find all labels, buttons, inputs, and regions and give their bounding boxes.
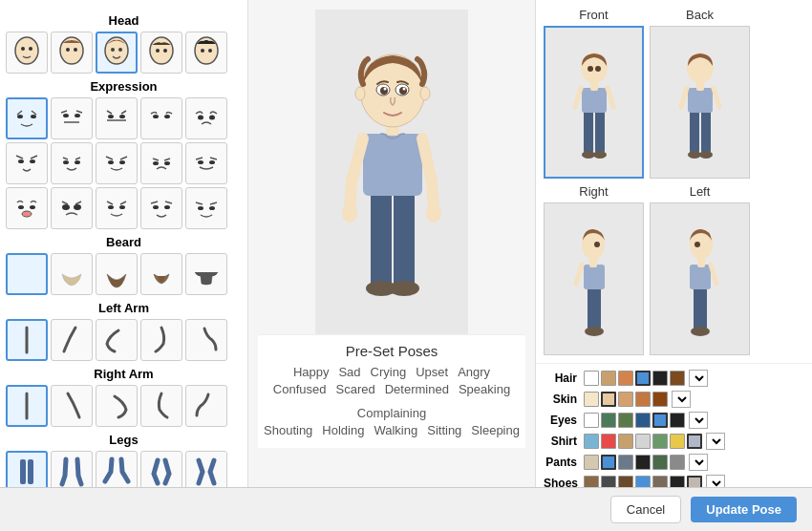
shirt-swatch-1[interactable] — [584, 434, 599, 449]
pose-happy[interactable]: Happy — [293, 365, 330, 379]
expr-item-1[interactable] — [6, 97, 48, 139]
pose-determined[interactable]: Determined — [385, 382, 449, 396]
expr-item-8[interactable] — [96, 142, 138, 184]
left-arm-item-2[interactable] — [51, 319, 93, 361]
shoes-swatch-black[interactable] — [670, 476, 685, 487]
pants-swatch-1[interactable] — [584, 455, 599, 470]
left-arm-item-1[interactable] — [6, 319, 48, 361]
right-view-frame[interactable] — [544, 202, 644, 355]
pose-crying[interactable]: Crying — [371, 365, 407, 379]
expr-item-5[interactable] — [185, 97, 227, 139]
pose-upset[interactable]: Upset — [416, 365, 448, 379]
skin-swatch-3[interactable] — [618, 392, 633, 407]
expr-item-9[interactable] — [140, 142, 182, 184]
eyes-swatch-1[interactable] — [601, 413, 616, 428]
left-view-frame[interactable] — [650, 202, 750, 355]
pants-swatch-green[interactable] — [652, 455, 668, 470]
eyes-swatch-blue[interactable] — [652, 413, 668, 428]
eyes-swatch-2[interactable] — [618, 413, 633, 428]
update-pose-button[interactable]: Update Pose — [691, 497, 797, 522]
legs-item-3[interactable] — [96, 451, 138, 487]
shoes-swatch-selected[interactable] — [687, 476, 702, 487]
beard-item-3[interactable] — [96, 253, 138, 295]
shoes-color-dropdown[interactable]: ▼ — [706, 475, 725, 487]
pants-swatch-5[interactable] — [670, 455, 685, 470]
hair-swatch-1[interactable] — [601, 371, 616, 386]
shirt-swatch-yellow[interactable] — [670, 434, 685, 449]
skin-color-dropdown[interactable]: ▼ — [672, 391, 691, 408]
skin-swatch-4[interactable] — [635, 392, 651, 407]
shirt-color-dropdown[interactable]: ▼ — [706, 433, 725, 450]
pose-complaining[interactable]: Complaining — [357, 406, 426, 420]
right-arm-item-3[interactable] — [96, 385, 138, 427]
shoes-swatch-tan[interactable] — [652, 476, 668, 487]
shirt-swatch-gray[interactable] — [635, 434, 651, 449]
head-item-2[interactable] — [51, 32, 93, 74]
right-arm-item-5[interactable] — [185, 385, 227, 427]
pose-scared[interactable]: Scared — [336, 382, 375, 396]
hair-swatch-black[interactable] — [652, 371, 668, 386]
hair-color-dropdown[interactable]: ▼ — [689, 370, 708, 387]
expr-item-10[interactable] — [185, 142, 227, 184]
beard-item-2[interactable] — [51, 253, 93, 295]
head-item-4[interactable] — [140, 32, 182, 74]
head-item-5[interactable] — [185, 32, 227, 74]
shirt-swatch-red[interactable] — [601, 434, 616, 449]
eyes-swatch-3[interactable] — [635, 413, 651, 428]
head-item-1[interactable] — [6, 32, 48, 74]
pose-speaking[interactable]: Speaking — [459, 382, 510, 396]
pose-holding[interactable]: Holding — [322, 423, 364, 437]
pants-color-dropdown[interactable]: ▼ — [689, 454, 708, 471]
pants-swatch-black[interactable] — [635, 455, 651, 470]
legs-item-5[interactable] — [185, 451, 227, 487]
legs-item-2[interactable] — [51, 451, 93, 487]
shirt-swatch-selected[interactable] — [687, 434, 702, 449]
beard-item-1[interactable] — [6, 253, 48, 295]
eyes-color-dropdown[interactable]: ▼ — [689, 412, 708, 429]
front-view-frame[interactable] — [544, 26, 644, 179]
expr-item-12[interactable] — [51, 187, 93, 229]
hair-swatch-brown[interactable] — [670, 371, 685, 386]
expr-item-15[interactable] — [185, 187, 227, 229]
shoes-swatch-dark[interactable] — [601, 476, 616, 487]
beard-item-4[interactable] — [140, 253, 182, 295]
expr-item-4[interactable] — [140, 97, 182, 139]
expr-item-11[interactable] — [6, 187, 48, 229]
pose-sleeping[interactable]: Sleeping — [471, 423, 520, 437]
skin-swatch-2[interactable] — [601, 392, 616, 407]
expr-item-7[interactable] — [51, 142, 93, 184]
beard-item-5[interactable] — [185, 253, 227, 295]
shoes-swatch-brown[interactable] — [618, 476, 633, 487]
right-arm-item-1[interactable] — [6, 385, 48, 427]
left-arm-item-4[interactable] — [140, 319, 182, 361]
shoes-swatch-blue[interactable] — [635, 476, 651, 487]
hair-swatch-2[interactable] — [618, 371, 633, 386]
left-arm-item-5[interactable] — [185, 319, 227, 361]
legs-item-4[interactable] — [140, 451, 182, 487]
cancel-button[interactable]: Cancel — [610, 496, 681, 523]
right-arm-item-2[interactable] — [51, 385, 93, 427]
expr-item-2[interactable] — [51, 97, 93, 139]
left-arm-item-3[interactable] — [96, 319, 138, 361]
shirt-swatch-tan[interactable] — [618, 434, 633, 449]
head-item-3[interactable] — [96, 32, 138, 74]
pose-sad[interactable]: Sad — [338, 365, 360, 379]
eyes-swatch-black[interactable] — [670, 413, 685, 428]
pants-swatch-gray[interactable] — [618, 455, 633, 470]
skin-swatch-5[interactable] — [652, 392, 668, 407]
right-arm-item-4[interactable] — [140, 385, 182, 427]
pants-swatch-blue[interactable] — [601, 455, 616, 470]
pose-walking[interactable]: Walking — [374, 423, 417, 437]
shoes-swatch-1[interactable] — [584, 476, 599, 487]
hair-swatch-blue[interactable] — [635, 371, 651, 386]
hair-swatch-white[interactable] — [584, 371, 599, 386]
shirt-swatch-green[interactable] — [652, 434, 668, 449]
back-view-frame[interactable] — [650, 26, 750, 179]
expr-item-3[interactable] — [96, 97, 138, 139]
legs-item-1[interactable] — [6, 451, 48, 487]
pose-shouting[interactable]: Shouting — [264, 423, 312, 437]
pose-sitting[interactable]: Sitting — [427, 423, 461, 437]
skin-swatch-1[interactable] — [584, 392, 599, 407]
pose-confused[interactable]: Confused — [273, 382, 327, 396]
expr-item-14[interactable] — [140, 187, 182, 229]
